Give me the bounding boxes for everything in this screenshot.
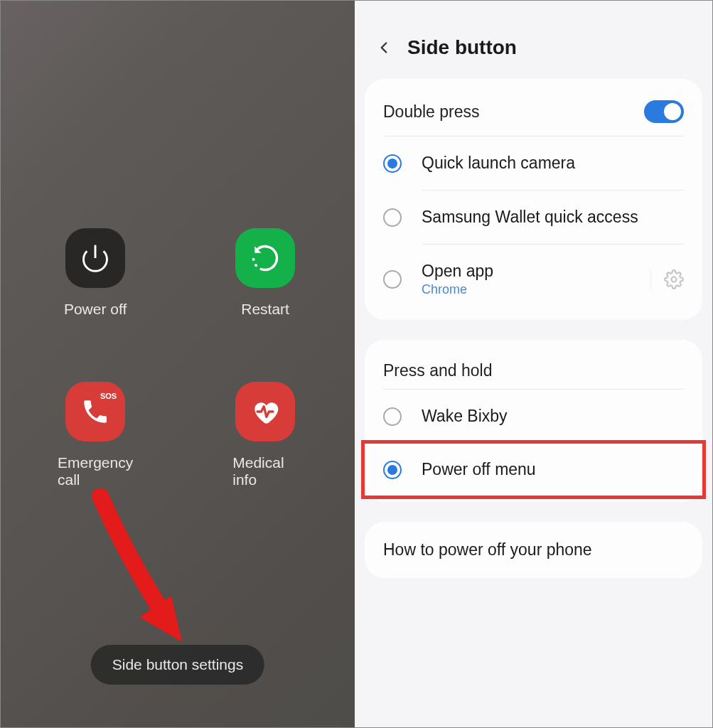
power-off-button[interactable]: Power off [64, 228, 127, 318]
how-to-power-off-link[interactable]: How to power off your phone [365, 522, 702, 578]
option-quick-launch-camera[interactable]: Quick launch camera [365, 136, 702, 190]
power-off-label: Power off [64, 301, 127, 318]
power-menu-grid: Power off Restart SOS Emergency call [1, 228, 355, 488]
double-press-title: Double press [383, 102, 480, 122]
link-text: How to power off your phone [383, 540, 592, 559]
power-menu-panel: Power off Restart SOS Emergency call [1, 1, 355, 727]
medical-label: Medical info [232, 454, 298, 488]
settings-panel: Side button Double press Quick launch ca… [355, 1, 712, 727]
settings-header: Side button [355, 1, 712, 79]
option-sublabel: Chrome [422, 282, 631, 297]
arrow-annotation [86, 489, 207, 653]
option-power-off-menu[interactable]: Power off menu [365, 443, 702, 496]
radio-unselected [383, 208, 402, 227]
page-title: Side button [407, 36, 517, 59]
svg-marker-1 [139, 596, 182, 642]
restart-icon [235, 228, 295, 288]
press-hold-card: Press and hold Wake Bixby Power off menu [365, 340, 702, 502]
press-hold-header: Press and hold [365, 346, 702, 389]
option-label: Power off menu [422, 460, 684, 479]
side-button-settings-button[interactable]: Side button settings [91, 645, 264, 685]
option-label: Wake Bixby [422, 407, 684, 426]
option-open-app[interactable]: Open app Chrome [365, 245, 702, 314]
restart-button[interactable]: Restart [235, 228, 295, 318]
option-label: Samsung Wallet quick access [422, 208, 684, 227]
restart-label: Restart [241, 301, 289, 318]
open-app-settings-button[interactable] [650, 269, 684, 289]
double-press-toggle[interactable] [644, 100, 684, 123]
back-button[interactable] [375, 38, 393, 57]
double-press-header: Double press [365, 85, 702, 136]
option-label: Quick launch camera [422, 154, 684, 173]
radio-selected [383, 461, 402, 479]
sos-badge: SOS [100, 392, 117, 400]
svg-point-2 [672, 277, 677, 282]
gear-icon [664, 269, 684, 289]
radio-unselected [383, 407, 402, 426]
option-wake-bixby[interactable]: Wake Bixby [365, 390, 702, 443]
double-press-card: Double press Quick launch camera Samsung… [365, 79, 702, 320]
emergency-icon: SOS [65, 382, 125, 441]
medical-icon [235, 382, 295, 441]
power-icon [65, 228, 125, 288]
radio-unselected [383, 270, 402, 289]
option-samsung-wallet[interactable]: Samsung Wallet quick access [365, 191, 702, 244]
option-label: Open app [422, 262, 631, 281]
emergency-label: Emergency call [58, 454, 133, 488]
radio-selected [383, 154, 402, 173]
emergency-call-button[interactable]: SOS Emergency call [58, 382, 133, 488]
press-hold-title: Press and hold [383, 361, 492, 380]
medical-info-button[interactable]: Medical info [232, 382, 298, 488]
